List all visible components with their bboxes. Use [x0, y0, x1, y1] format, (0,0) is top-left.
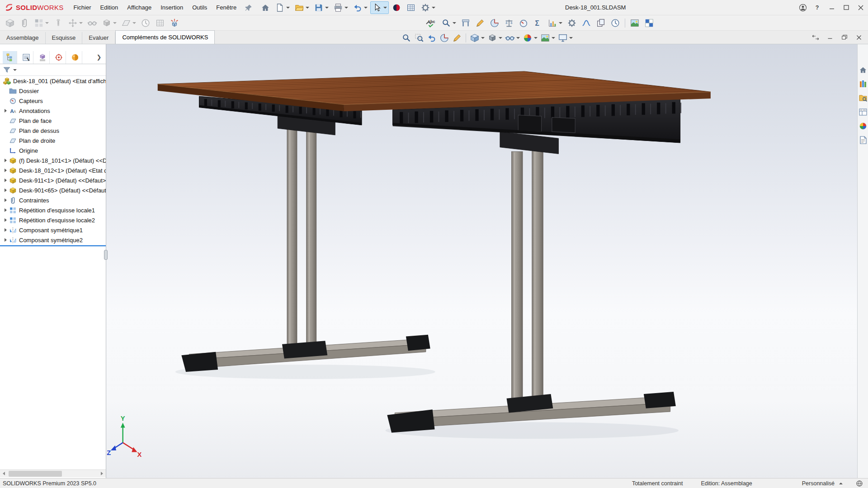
tab-esquisse[interactable]: Esquisse: [46, 32, 83, 44]
custom-properties-button[interactable]: [858, 135, 868, 145]
doc-close-button[interactable]: [854, 32, 864, 43]
reference-geometry-button[interactable]: [119, 16, 138, 30]
chevron-down-icon[interactable]: [481, 37, 485, 39]
pin-menu-icon[interactable]: [245, 4, 253, 12]
edit-appearance-button[interactable]: [521, 32, 539, 44]
chevron-up-icon[interactable]: [839, 483, 843, 484]
design-checker-button[interactable]: [404, 1, 418, 14]
chevron-down-icon[interactable]: [516, 37, 520, 39]
previous-view-button[interactable]: [425, 32, 438, 44]
tree-item-dossier[interactable]: Dossier: [0, 86, 106, 96]
tree-item-composant-symetrique-2[interactable]: Composant symétrique2: [0, 235, 106, 245]
tree-item-desk-18-012[interactable]: Desk-18_012<1> (Défaut) <Etat d': [0, 165, 106, 175]
expand-arrow-icon[interactable]: [2, 225, 9, 235]
tree-item-repetition-1[interactable]: Répétition d'esquisse locale1: [0, 205, 106, 215]
expand-arrow-icon[interactable]: [2, 215, 9, 225]
design-library-button[interactable]: [858, 79, 868, 89]
scrollbar-thumb[interactable]: [9, 471, 62, 477]
menu-fichier[interactable]: Fichier: [69, 0, 96, 15]
chevron-down-icon[interactable]: [132, 22, 136, 24]
desk-right-leg[interactable]: [387, 131, 675, 432]
view-palette-button[interactable]: [858, 107, 868, 117]
mass-properties-button[interactable]: [502, 16, 516, 30]
tree-item-plan-de-dessus[interactable]: Plan de dessus: [0, 126, 106, 136]
tree-item-desk-901[interactable]: Desk-901<65> (Défaut) <<Défaut: [0, 185, 106, 195]
sensor-button[interactable]: [517, 16, 530, 30]
smart-fasteners-button[interactable]: [52, 16, 65, 30]
tab-dimxpert-manager[interactable]: [52, 51, 66, 64]
view-settings-button[interactable]: [557, 32, 574, 44]
collapse-ribbon-button[interactable]: [423, 17, 434, 29]
dynamic-annotation-views-button[interactable]: [451, 32, 463, 44]
view-orientation-button[interactable]: [468, 32, 486, 44]
tree-item-repetition-2[interactable]: Répétition d'esquisse locale2: [0, 215, 106, 225]
markup-button[interactable]: [473, 16, 487, 30]
performance-evaluation-button[interactable]: [609, 16, 622, 30]
doc-restore-button[interactable]: [839, 32, 850, 43]
tree-item-desk-18-101[interactable]: (f) Desk-18_101<1> (Défaut) <<D: [0, 155, 106, 165]
3dexperience-home-button[interactable]: [858, 65, 868, 75]
compare-documents-button[interactable]: [594, 16, 608, 30]
customize-status-text[interactable]: Personnalisé: [802, 480, 835, 487]
appearances-scenes-button[interactable]: [858, 121, 868, 131]
menu-affichage[interactable]: Affichage: [123, 0, 156, 15]
apply-scene-button[interactable]: [539, 32, 557, 44]
import-diagnostics-button[interactable]: [565, 16, 579, 30]
graphics-area[interactable]: Y X Z: [106, 44, 857, 478]
chevron-down-icon[interactable]: [453, 22, 456, 24]
image-quality-button[interactable]: [628, 16, 642, 30]
move-component-button[interactable]: [66, 16, 85, 30]
bill-of-materials-button[interactable]: [153, 16, 167, 30]
options-button[interactable]: [419, 1, 437, 14]
file-explorer-button[interactable]: [858, 93, 868, 103]
menu-fenetre[interactable]: Fenêtre: [212, 0, 241, 15]
insert-components-button[interactable]: [3, 16, 17, 30]
home-button[interactable]: [259, 1, 272, 14]
mate-button[interactable]: [18, 16, 31, 30]
minimize-button[interactable]: [825, 0, 839, 15]
scroll-left-arrow[interactable]: [0, 470, 8, 478]
desk-left-leg[interactable]: [181, 114, 430, 372]
tree-item-desk-911[interactable]: Desk-911<1> (Défaut) <<Défaut>: [0, 175, 106, 185]
language-globe-icon[interactable]: [855, 479, 863, 488]
tree-item-plan-de-face[interactable]: Plan de face: [0, 116, 106, 126]
chevron-down-icon[interactable]: [113, 22, 117, 24]
chevron-down-icon[interactable]: [569, 37, 573, 39]
expand-arrow-icon[interactable]: [2, 235, 9, 245]
chevron-down-icon[interactable]: [325, 7, 329, 9]
filter-input[interactable]: [18, 66, 103, 75]
measure-button[interactable]: [459, 16, 472, 30]
chevron-down-icon[interactable]: [286, 7, 290, 9]
expand-arrow-icon[interactable]: [2, 165, 9, 175]
chevron-down-icon[interactable]: [306, 7, 309, 9]
expand-arrow-icon[interactable]: [2, 155, 9, 165]
chevron-down-icon[interactable]: [383, 7, 387, 9]
expand-arrow-icon[interactable]: [2, 205, 9, 215]
tab-evaluer[interactable]: Evaluer: [82, 32, 115, 44]
chevron-down-icon[interactable]: [499, 37, 502, 39]
chevron-down-icon[interactable]: [79, 22, 83, 24]
tree-item-annotations[interactable]: Annotations: [0, 106, 106, 116]
expand-arrow-icon[interactable]: [2, 195, 9, 205]
account-button[interactable]: [796, 0, 810, 15]
switch-windows-button[interactable]: [810, 32, 821, 43]
section-properties-button[interactable]: [488, 16, 501, 30]
tree-item-capteurs[interactable]: Capteurs: [0, 96, 106, 106]
save-button[interactable]: [312, 1, 330, 14]
chevron-down-icon[interactable]: [552, 37, 555, 39]
tree-item-plan-de-droite[interactable]: Plan de droite: [0, 136, 106, 145]
new-document-button[interactable]: [273, 1, 292, 14]
tab-feature-manager-design-tree[interactable]: [3, 51, 17, 64]
tree-item-composant-symetrique-1[interactable]: Composant symétrique1: [0, 225, 106, 235]
expand-arrow-icon[interactable]: [2, 175, 9, 185]
chevron-down-icon[interactable]: [13, 69, 17, 71]
chevron-down-icon[interactable]: [344, 7, 348, 9]
menu-edition[interactable]: Edition: [96, 0, 123, 15]
tab-property-manager[interactable]: [19, 51, 33, 64]
chevron-down-icon[interactable]: [364, 7, 368, 9]
menu-insertion[interactable]: Insertion: [156, 0, 188, 15]
assembly-features-button[interactable]: [100, 16, 118, 30]
chevron-down-icon[interactable]: [534, 37, 538, 39]
expand-arrow-icon[interactable]: [2, 106, 9, 116]
panel-expand-button[interactable]: ❯: [95, 52, 103, 63]
